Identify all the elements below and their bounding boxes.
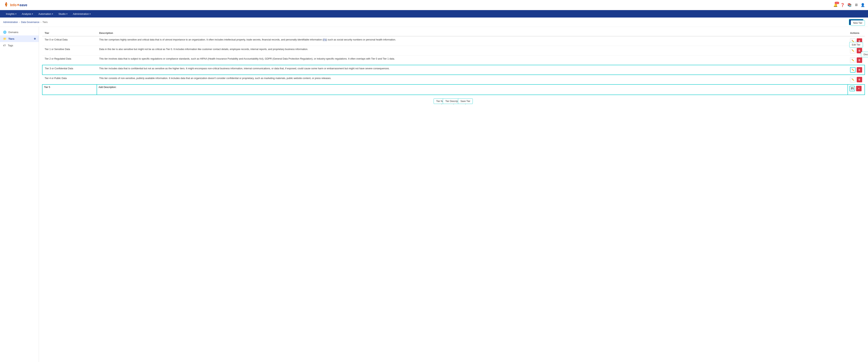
sidebar-label-tags: Tags <box>8 44 13 47</box>
save-tier-callout-area: Save Tier <box>465 98 466 104</box>
new-tier-callout: New Tier <box>851 20 865 26</box>
breadcrumb-sep-1: › <box>19 21 20 24</box>
nav-administration[interactable]: Administration ▾ <box>70 10 93 18</box>
col-header-tier: Tier <box>42 30 97 36</box>
logo-icon <box>3 2 9 8</box>
administration-arrow: ▾ <box>90 13 91 15</box>
breadcrumb: Administration › Data Governance › Tiers… <box>0 18 868 27</box>
tier-4-actions: ✏️ 🗑 <box>848 75 865 85</box>
top-icons: 🔔213 ❓ 📚 🖥 👤 <box>833 3 865 7</box>
nav-insights[interactable]: Insights ▾ <box>3 10 19 18</box>
tiers-icon: 📁 <box>3 37 6 40</box>
edit-tier-1-button[interactable]: ✏️ <box>850 48 856 53</box>
main-layout: 🌐 Domains 📁 Tiers 🏷 Tags Tier Descriptio… <box>0 27 868 362</box>
sidebar-label-tiers: Tiers <box>8 37 14 40</box>
breadcrumb-administration[interactable]: Administration <box>3 21 18 24</box>
save-tier-callout: Save Tier <box>458 98 473 104</box>
table-row: Tier 1 or Sensitive Data Data in this ti… <box>42 46 865 56</box>
edit-tier-callout: Edit Tier <box>849 42 863 47</box>
discard-tier-callout: Discard Tier <box>861 52 868 57</box>
content-area: Tier Description Actions Tier 0 or Criti… <box>39 27 868 362</box>
pii-link[interactable]: PII <box>323 38 326 41</box>
tier-3-description: This tier includes data that is confiden… <box>97 65 848 75</box>
library-icon[interactable]: 📚 <box>847 3 851 7</box>
tier-3-actions: ✏️ 🗑 <box>848 65 865 75</box>
nav-studio[interactable]: Studio ▾ <box>56 10 70 18</box>
table-row: Tier 0 or Critical Data This tier compri… <box>42 36 865 46</box>
tiers-active-dot <box>34 38 36 39</box>
col-header-description: Description <box>97 30 848 36</box>
logo-text: Info✦eave <box>10 3 27 7</box>
tags-icon: 🏷 <box>3 44 6 47</box>
edit-tier-2-button[interactable]: ✏️ <box>850 57 856 63</box>
tier-1-description: Data in this tier is also sensitive but … <box>97 46 848 56</box>
sidebar-item-tags[interactable]: 🏷 Tags <box>0 42 39 48</box>
tier-0-name: Tier 0 or Critical Data <box>42 36 97 46</box>
tier-4-description: This tier consists of non-sensitive, pub… <box>97 75 848 85</box>
sidebar-label-domains: Domains <box>8 31 18 34</box>
table-row: Tier 3 or Confidential Data This tier in… <box>42 65 865 75</box>
tier-name-input[interactable]: Tier 5 <box>44 86 95 89</box>
bottom-callouts: Tier Name Tier Description Save Tier <box>42 97 865 104</box>
edit-tier-4-button[interactable]: ✏️ <box>850 77 856 82</box>
notification-badge: 213 <box>835 2 839 4</box>
nav-analysis[interactable]: Analysis ▾ <box>19 10 36 18</box>
table-row: Tier 4 or Public Data This tier consists… <box>42 75 865 85</box>
insights-arrow: ▾ <box>16 13 17 15</box>
new-tier-row: Tier 5 Add Description: 💾 ✕ <box>42 85 865 95</box>
screen-icon[interactable]: 🖥 <box>855 3 858 7</box>
edit-tier-3-button[interactable]: ✏️ <box>850 67 856 73</box>
studio-arrow: ▾ <box>66 13 67 15</box>
top-bar: Info✦eave 🔔213 ❓ 📚 🖥 👤 <box>0 0 868 10</box>
tier-description-input[interactable]: Add Description: <box>99 86 846 93</box>
delete-tier-2-button[interactable]: 🗑 <box>857 57 862 63</box>
help-icon[interactable]: ❓ <box>840 3 845 7</box>
nav-automation[interactable]: Automation ▾ <box>36 10 56 18</box>
table-row: Tier 2 or Regulated Data This tier invol… <box>42 56 865 65</box>
delete-tier-3-button[interactable]: 🗑 <box>857 67 862 73</box>
tier-1-name: Tier 1 or Sensitive Data <box>42 46 97 56</box>
domains-icon: 🌐 <box>3 31 6 34</box>
breadcrumb-sep-2: › <box>40 21 41 24</box>
nav-bar: Insights ▾ Analysis ▾ Automation ▾ Studi… <box>0 10 868 18</box>
save-tier-button[interactable]: 💾 <box>849 86 855 91</box>
notification-icon[interactable]: 🔔213 <box>833 3 838 7</box>
discard-tier-button[interactable]: ✕ <box>856 86 862 91</box>
tier-2-description: This tier involves data that is subject … <box>97 56 848 65</box>
new-tier-description-cell[interactable]: Add Description: <box>97 85 848 95</box>
breadcrumb-data-governance[interactable]: Data Governance <box>21 21 39 24</box>
user-avatar[interactable]: 👤 <box>861 3 865 7</box>
logo: Info✦eave <box>3 2 27 8</box>
new-tier-actions: 💾 ✕ <box>848 85 865 95</box>
col-header-actions: Actions <box>848 30 865 36</box>
sidebar: 🌐 Domains 📁 Tiers 🏷 Tags <box>0 27 39 362</box>
callout-area: Edit Tier Discard Tier Tier Name Tier De… <box>42 97 865 120</box>
automation-arrow: ▾ <box>52 13 53 15</box>
tier-2-name: Tier 2 or Regulated Data <box>42 56 97 65</box>
tiers-table: Tier Description Actions Tier 0 or Criti… <box>42 30 865 95</box>
tier-4-name: Tier 4 or Public Data <box>42 75 97 85</box>
tier-0-description: This tier comprises highly sensitive and… <box>97 36 848 46</box>
analysis-arrow: ▾ <box>32 13 33 15</box>
new-tier-name-cell[interactable]: Tier 5 <box>42 85 97 95</box>
sidebar-item-domains[interactable]: 🌐 Domains <box>0 29 39 35</box>
delete-tier-4-button[interactable]: 🗑 <box>857 77 862 82</box>
breadcrumb-tiers: Tiers <box>42 21 48 24</box>
sidebar-item-tiers[interactable]: 📁 Tiers <box>0 35 39 42</box>
svg-point-4 <box>6 2 7 3</box>
tier-3-name: Tier 3 or Confidential Data <box>42 65 97 75</box>
